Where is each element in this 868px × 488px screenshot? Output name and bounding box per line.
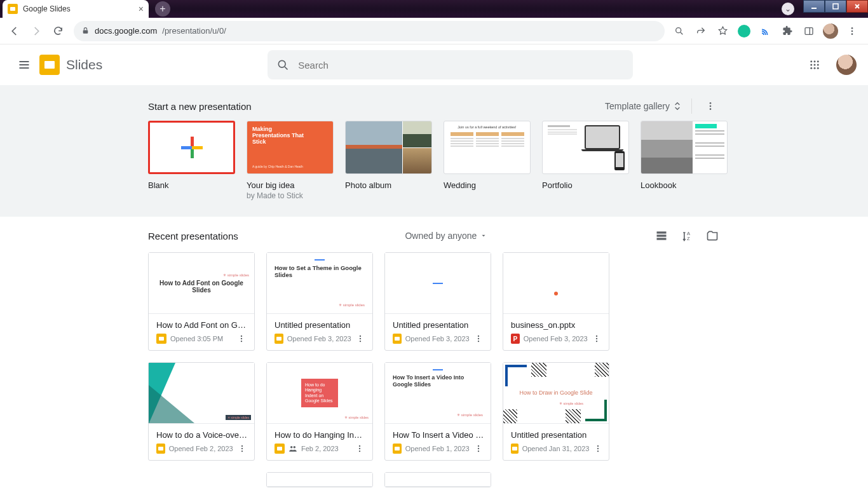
template-gallery-label: Template gallery	[605, 101, 670, 111]
svg-point-31	[241, 336, 242, 337]
svg-rect-27	[657, 234, 667, 236]
svg-point-23	[710, 102, 712, 104]
presentation-card[interactable]: How to Set a Theme in Google Slides✳ sim…	[266, 252, 373, 351]
window-maximize-button[interactable]	[825, 0, 846, 13]
template-photo-album[interactable]: Photo album	[345, 121, 432, 200]
svg-point-18	[814, 64, 816, 66]
card-more-button[interactable]	[237, 444, 248, 453]
card-more-button[interactable]	[473, 334, 484, 343]
template-title: Your big idea	[247, 180, 334, 190]
svg-point-33	[241, 341, 242, 342]
presentation-card[interactable]: How To Insert a Video Into Google Slides…	[384, 362, 491, 461]
template-title: Blank	[148, 180, 235, 190]
svg-point-54	[597, 445, 599, 447]
presentation-card[interactable]: How to do Hanging Indent on Google Slide…	[266, 362, 373, 461]
address-bar[interactable]: docs.google.com/presentation/u/0/	[74, 21, 665, 41]
template-title: Photo album	[345, 180, 432, 190]
nav-reload-button[interactable]	[47, 20, 69, 42]
card-more-button[interactable]	[355, 334, 366, 343]
opened-text: Opened Jan 31, 2023	[522, 445, 590, 452]
svg-point-46	[290, 446, 293, 449]
template-portfolio[interactable]: Portfolio	[542, 121, 629, 200]
templates-section: Start a new presentation Template galler…	[0, 85, 868, 217]
template-gallery-button[interactable]: Template gallery	[605, 101, 682, 111]
svg-point-51	[478, 445, 479, 447]
search-icon	[276, 58, 289, 71]
svg-point-45	[241, 451, 243, 452]
slides-file-icon	[393, 334, 402, 344]
presentation-card[interactable]	[266, 472, 373, 487]
presentation-name: Untitled presentation	[393, 320, 484, 330]
powerpoint-file-icon	[511, 334, 520, 344]
svg-point-39	[478, 341, 479, 342]
presentation-name: How To Insert a Video Int…	[393, 430, 484, 440]
svg-rect-1	[833, 4, 838, 9]
template-blank[interactable]: Blank	[148, 121, 235, 200]
presentation-card[interactable]: BUSINESS ONbusiness_on.pptxOpened Feb 3,…	[503, 252, 609, 351]
svg-rect-26	[657, 231, 667, 233]
presentation-card[interactable]	[384, 472, 491, 487]
presentation-card[interactable]: Untitled presentationOpened Feb 3, 2023	[384, 252, 491, 351]
presentation-card[interactable]: How to Draw in Google Slide✳ simple slid…	[503, 362, 609, 461]
presentation-card[interactable]: How to do a Voice-over onGoogle Slides✳ …	[148, 362, 255, 461]
template-wedding[interactable]: Join us for a full weekend of activities…	[444, 121, 531, 200]
opened-text: Opened 3:05 PM	[170, 335, 223, 342]
card-more-button[interactable]	[473, 444, 484, 453]
svg-point-42	[596, 341, 597, 342]
svg-point-36	[360, 341, 361, 342]
account-avatar[interactable]	[836, 55, 857, 75]
svg-point-12	[279, 60, 286, 67]
card-more-button[interactable]	[353, 444, 366, 453]
list-view-button[interactable]	[654, 228, 669, 243]
new-tab-button[interactable]: +	[155, 1, 170, 17]
profile-avatar[interactable]	[821, 22, 840, 41]
card-more-button[interactable]	[593, 444, 602, 453]
template-lookbook[interactable]: Lookbook	[641, 121, 728, 200]
cast-icon[interactable]	[756, 22, 775, 41]
main-menu-button[interactable]	[11, 52, 37, 78]
templates-more-button[interactable]	[701, 97, 720, 116]
svg-point-16	[817, 60, 819, 62]
extensions-puzzle-icon[interactable]	[778, 22, 797, 41]
page-content: Slides Start a new presentation Template…	[0, 44, 868, 488]
nav-back-button[interactable]	[4, 20, 25, 42]
tab-title: Google Slides	[23, 4, 71, 13]
browser-tab[interactable]: Google Slides ×	[3, 0, 149, 18]
svg-point-34	[360, 336, 361, 337]
zoom-icon[interactable]	[670, 22, 689, 41]
chrome-account-chevron-icon[interactable]: ⌄	[782, 3, 794, 15]
svg-rect-28	[657, 238, 667, 240]
sort-button[interactable]: AZ	[679, 228, 695, 243]
svg-point-24	[710, 105, 712, 107]
ownership-filter[interactable]: Owned by anyone	[405, 231, 487, 241]
share-page-icon[interactable]	[691, 22, 710, 41]
template-your-big-idea[interactable]: MakingPresentations ThatStickA guide by …	[247, 121, 334, 200]
extension-grammarly-icon[interactable]	[735, 22, 754, 41]
svg-point-48	[359, 445, 360, 447]
browser-menu-button[interactable]	[843, 22, 862, 41]
slides-logo-icon[interactable]	[39, 55, 60, 75]
search-bar[interactable]	[268, 50, 633, 79]
google-apps-button[interactable]	[802, 52, 827, 78]
svg-point-10	[851, 30, 853, 32]
svg-point-40	[596, 336, 597, 337]
window-controls: ⌄	[782, 0, 868, 13]
recent-section: Recent presentations Owned by anyone AZ …	[148, 217, 720, 488]
nav-forward-button[interactable]	[25, 20, 47, 42]
svg-point-52	[478, 448, 479, 449]
window-close-button[interactable]	[846, 0, 868, 13]
sidepanel-icon[interactable]	[799, 22, 818, 41]
slides-file-icon	[511, 444, 519, 454]
card-more-button[interactable]	[592, 334, 602, 343]
file-picker-button[interactable]	[705, 228, 720, 243]
slides-file-icon	[156, 334, 166, 344]
svg-point-17	[810, 64, 812, 66]
presentation-card[interactable]: ✳ simple slidesHow to Add Font on Google…	[148, 252, 255, 351]
card-more-button[interactable]	[235, 334, 248, 343]
tab-close-button[interactable]: ×	[139, 4, 144, 13]
presentation-name: Untitled presentation	[511, 430, 602, 440]
ownership-filter-label: Owned by anyone	[405, 231, 477, 241]
search-input[interactable]	[298, 60, 624, 71]
window-minimize-button[interactable]	[803, 0, 825, 13]
bookmark-star-icon[interactable]	[713, 22, 732, 41]
